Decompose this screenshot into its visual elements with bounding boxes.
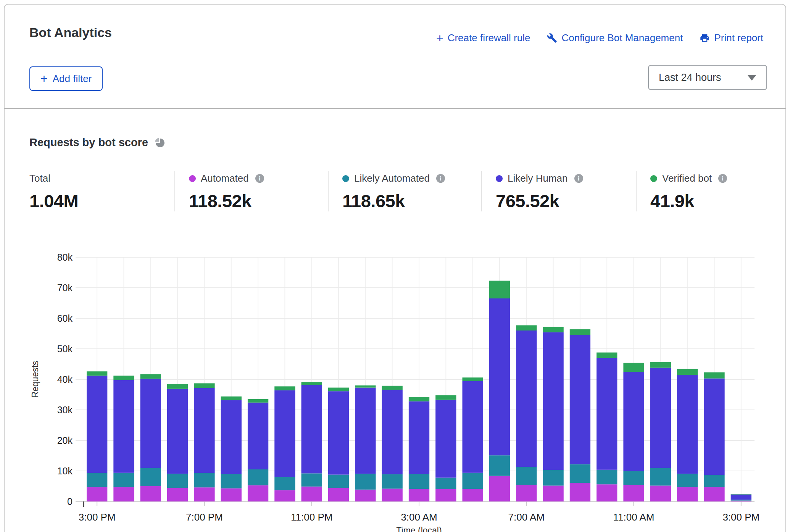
bar-stack[interactable] <box>328 388 349 501</box>
stat-label: Total <box>29 172 50 184</box>
legend-dot <box>189 175 196 182</box>
print-report-label: Print report <box>714 32 763 44</box>
stat-value: 1.04M <box>29 190 174 211</box>
bar-stack[interactable] <box>221 397 242 501</box>
y-tick-label: 0 <box>67 496 73 507</box>
y-tick-label: 30k <box>57 405 73 415</box>
x-tick-label: 11:00 AM <box>613 511 655 523</box>
info-icon[interactable]: i <box>574 174 583 183</box>
stat-label: Likely Human <box>508 172 568 184</box>
create-firewall-rule-link[interactable]: + Create firewall rule <box>436 32 530 44</box>
bar-stack[interactable] <box>704 372 724 501</box>
wrench-icon <box>547 33 557 43</box>
y-tick-label: 20k <box>57 435 73 446</box>
y-tick-label: 40k <box>57 374 73 385</box>
info-icon[interactable]: i <box>436 174 445 183</box>
time-range-select[interactable]: Last 24 hours <box>648 65 767 90</box>
legend-dot <box>650 175 657 182</box>
stat-value: 118.52k <box>189 190 328 211</box>
printer-icon <box>700 33 710 43</box>
bar-stack[interactable] <box>650 362 671 501</box>
add-filter-label: Add filter <box>53 73 92 85</box>
stat-value: 41.9k <box>650 190 770 211</box>
plus-icon: + <box>436 33 443 43</box>
bar-stack[interactable] <box>623 363 644 501</box>
plus-icon: + <box>40 74 48 84</box>
y-tick-label: 80k <box>57 252 73 263</box>
bar-stack[interactable] <box>462 377 483 501</box>
stat-label: Likely Automated <box>354 172 430 184</box>
bot-analytics-card: Bot Analytics + Create firewall rule Con… <box>4 4 786 532</box>
stat-verified-bot: Verified bot i 41.9k <box>636 171 770 211</box>
x-tick-label: 7:00 AM <box>508 511 545 523</box>
info-icon[interactable]: i <box>255 174 264 183</box>
x-tick-label: 7:00 PM <box>186 511 223 523</box>
info-icon[interactable]: i <box>718 174 727 183</box>
page-title: Bot Analytics <box>29 25 112 40</box>
bar-stack[interactable] <box>409 397 429 501</box>
bar-stack[interactable] <box>167 384 188 501</box>
header-actions: + Create firewall rule Configure Bot Man… <box>436 32 763 44</box>
bar-stack[interactable] <box>355 385 376 501</box>
bar-stack[interactable] <box>516 325 537 501</box>
card-header: Bot Analytics + Create firewall rule Con… <box>5 5 785 108</box>
y-axis-title: Requests <box>30 361 40 398</box>
configure-bot-management-label: Configure Bot Management <box>561 32 683 44</box>
legend-dot <box>342 175 349 182</box>
bar-stack[interactable] <box>543 327 563 501</box>
pie-chart-icon <box>155 137 165 148</box>
configure-bot-management-link[interactable]: Configure Bot Management <box>547 32 683 44</box>
bar-stack[interactable] <box>194 383 214 501</box>
x-tick-label: 3:00 PM <box>722 511 759 523</box>
stat-value: 765.52k <box>496 190 636 211</box>
bar-stack[interactable] <box>87 371 107 501</box>
x-axis-title: Time (local) <box>396 526 442 532</box>
bar-stack[interactable] <box>435 395 456 501</box>
bar-stack[interactable] <box>597 353 617 501</box>
stat-likely-automated: Likely Automated i 118.65k <box>328 171 481 211</box>
create-firewall-rule-label: Create firewall rule <box>448 32 530 44</box>
y-tick-label: 50k <box>57 343 73 354</box>
bar-stack[interactable] <box>677 369 698 501</box>
x-tick-label: 11:00 PM <box>291 511 332 523</box>
bar-stack[interactable] <box>301 382 322 501</box>
stat-total: Total 1.04M <box>29 171 174 211</box>
add-filter-button[interactable]: + Add filter <box>29 66 103 91</box>
x-tick-label: 3:00 AM <box>401 511 437 523</box>
bot-analytics-page: Bot Analytics + Create firewall rule Con… <box>0 0 790 532</box>
print-report-link[interactable]: Print report <box>700 32 763 44</box>
y-tick-label: 70k <box>57 282 73 293</box>
x-tick-label: 3:00 PM <box>79 511 116 523</box>
chart-section: Requests by bot score Total 1.04M Aut <box>5 109 785 532</box>
bar-stack[interactable] <box>489 281 510 501</box>
bar-stack[interactable] <box>382 386 403 501</box>
bar-stack[interactable] <box>248 399 268 501</box>
section-title: Requests by bot score <box>29 136 148 149</box>
chevron-down-icon <box>747 75 756 81</box>
section-title-row: Requests by bot score <box>5 109 785 149</box>
bar-stack[interactable] <box>570 329 590 501</box>
bar-stack[interactable] <box>731 494 751 501</box>
stats-row: Total 1.04M Automated i 118.52k Like <box>29 171 770 211</box>
bar-stack[interactable] <box>140 374 161 501</box>
bar-stack[interactable] <box>113 376 134 501</box>
stat-value: 118.65k <box>342 190 481 211</box>
stat-automated: Automated i 118.52k <box>174 171 328 211</box>
stat-label: Automated <box>201 172 249 184</box>
stat-label: Verified bot <box>662 172 712 184</box>
stat-likely-human: Likely Human i 765.52k <box>481 171 636 211</box>
bar-stack[interactable] <box>274 386 295 501</box>
legend-dot <box>496 175 503 182</box>
y-tick-label: 10k <box>57 466 73 476</box>
y-tick-label: 60k <box>57 313 73 324</box>
bot-score-chart: 010k20k30k40k50k60k70k80k3:00 PM7:00 PM1… <box>5 245 790 532</box>
time-range-value: Last 24 hours <box>659 72 721 84</box>
